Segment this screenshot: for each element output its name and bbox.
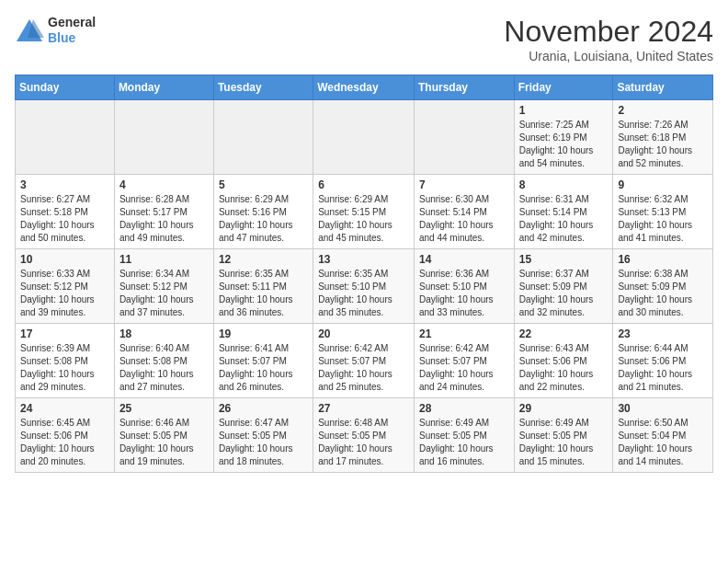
day-number: 2 [618,104,708,117]
title-block: November 2024 Urania, Louisiana, United … [504,15,713,63]
day-cell-1: 1Sunrise: 7:25 AMSunset: 6:19 PMDaylight… [514,100,613,175]
empty-cell [16,100,115,175]
day-info: Sunrise: 6:37 AMSunset: 5:09 PMDaylight:… [519,268,609,319]
week-row-5: 24Sunrise: 6:45 AMSunset: 5:06 PMDayligh… [16,398,713,473]
day-info: Sunrise: 6:39 AMSunset: 5:08 PMDaylight:… [20,342,109,394]
week-row-1: 1Sunrise: 7:25 AMSunset: 6:19 PMDaylight… [16,100,713,175]
day-info: Sunrise: 6:44 AMSunset: 5:06 PMDaylight:… [618,342,708,394]
empty-cell [313,100,415,175]
day-number: 8 [519,178,609,191]
day-number: 19 [219,327,308,340]
day-cell-9: 9Sunrise: 6:32 AMSunset: 5:13 PMDaylight… [613,175,713,249]
day-cell-2: 2Sunrise: 7:26 AMSunset: 6:18 PMDaylight… [613,100,713,175]
day-number: 10 [20,253,109,266]
weekday-header-friday: Friday [514,75,613,100]
weekday-header-monday: Monday [114,75,213,100]
weekday-header-row: SundayMondayTuesdayWednesdayThursdayFrid… [16,75,713,100]
empty-cell [414,100,514,175]
day-cell-10: 10Sunrise: 6:33 AMSunset: 5:12 PMDayligh… [16,249,115,324]
day-number: 5 [219,178,308,191]
day-info: Sunrise: 6:41 AMSunset: 5:07 PMDaylight:… [219,342,308,394]
day-number: 18 [119,327,209,340]
location-subtitle: Urania, Louisiana, United States [504,49,713,63]
week-row-4: 17Sunrise: 6:39 AMSunset: 5:08 PMDayligh… [16,324,713,398]
day-cell-8: 8Sunrise: 6:31 AMSunset: 5:14 PMDaylight… [514,175,613,249]
day-info: Sunrise: 6:50 AMSunset: 5:04 PMDaylight:… [618,417,708,468]
day-number: 14 [419,253,509,266]
day-number: 1 [519,104,609,117]
day-cell-14: 14Sunrise: 6:36 AMSunset: 5:10 PMDayligh… [414,249,514,324]
day-number: 3 [20,178,109,191]
day-info: Sunrise: 7:26 AMSunset: 6:18 PMDaylight:… [618,119,708,170]
day-info: Sunrise: 6:29 AMSunset: 5:16 PMDaylight:… [219,193,308,245]
day-info: Sunrise: 6:43 AMSunset: 5:06 PMDaylight:… [519,342,609,394]
day-info: Sunrise: 6:35 AMSunset: 5:11 PMDaylight:… [219,268,308,319]
calendar-table: SundayMondayTuesdayWednesdayThursdayFrid… [15,75,713,473]
day-cell-29: 29Sunrise: 6:49 AMSunset: 5:05 PMDayligh… [514,398,613,473]
day-number: 23 [618,327,708,340]
day-number: 25 [119,402,209,415]
day-cell-4: 4Sunrise: 6:28 AMSunset: 5:17 PMDaylight… [114,175,213,249]
day-cell-28: 28Sunrise: 6:49 AMSunset: 5:05 PMDayligh… [414,398,514,473]
week-row-3: 10Sunrise: 6:33 AMSunset: 5:12 PMDayligh… [16,249,713,324]
day-number: 22 [519,327,609,340]
day-info: Sunrise: 6:45 AMSunset: 5:06 PMDaylight:… [20,417,109,468]
logo-icon [15,17,44,43]
day-cell-23: 23Sunrise: 6:44 AMSunset: 5:06 PMDayligh… [613,324,713,398]
day-number: 16 [618,253,708,266]
day-cell-12: 12Sunrise: 6:35 AMSunset: 5:11 PMDayligh… [213,249,313,324]
day-info: Sunrise: 6:38 AMSunset: 5:09 PMDaylight:… [618,268,708,319]
month-title: November 2024 [504,15,713,49]
day-info: Sunrise: 6:30 AMSunset: 5:14 PMDaylight:… [419,193,509,245]
day-number: 21 [419,327,509,340]
day-cell-27: 27Sunrise: 6:48 AMSunset: 5:05 PMDayligh… [313,398,415,473]
day-number: 17 [20,327,109,340]
empty-cell [213,100,313,175]
day-number: 24 [20,402,109,415]
day-info: Sunrise: 6:35 AMSunset: 5:10 PMDaylight:… [318,268,409,319]
day-info: Sunrise: 6:27 AMSunset: 5:18 PMDaylight:… [20,193,109,245]
day-number: 30 [618,402,708,415]
day-cell-25: 25Sunrise: 6:46 AMSunset: 5:05 PMDayligh… [114,398,213,473]
day-number: 13 [318,253,409,266]
page-header: General Blue November 2024 Urania, Louis… [15,15,713,63]
day-number: 4 [119,178,209,191]
day-cell-16: 16Sunrise: 6:38 AMSunset: 5:09 PMDayligh… [613,249,713,324]
day-number: 29 [519,402,609,415]
weekday-header-tuesday: Tuesday [213,75,313,100]
week-row-2: 3Sunrise: 6:27 AMSunset: 5:18 PMDaylight… [16,175,713,249]
day-cell-22: 22Sunrise: 6:43 AMSunset: 5:06 PMDayligh… [514,324,613,398]
day-cell-21: 21Sunrise: 6:42 AMSunset: 5:07 PMDayligh… [414,324,514,398]
day-cell-26: 26Sunrise: 6:47 AMSunset: 5:05 PMDayligh… [213,398,313,473]
day-cell-7: 7Sunrise: 6:30 AMSunset: 5:14 PMDaylight… [414,175,514,249]
day-cell-18: 18Sunrise: 6:40 AMSunset: 5:08 PMDayligh… [114,324,213,398]
day-info: Sunrise: 6:49 AMSunset: 5:05 PMDaylight:… [519,417,609,468]
day-number: 15 [519,253,609,266]
day-info: Sunrise: 6:47 AMSunset: 5:05 PMDaylight:… [219,417,308,468]
day-info: Sunrise: 6:34 AMSunset: 5:12 PMDaylight:… [119,268,209,319]
day-info: Sunrise: 6:49 AMSunset: 5:05 PMDaylight:… [419,417,509,468]
day-cell-24: 24Sunrise: 6:45 AMSunset: 5:06 PMDayligh… [16,398,115,473]
logo-blue-text: Blue [48,30,96,46]
day-info: Sunrise: 6:33 AMSunset: 5:12 PMDaylight:… [20,268,109,319]
day-info: Sunrise: 6:31 AMSunset: 5:14 PMDaylight:… [519,193,609,245]
empty-cell [114,100,213,175]
day-cell-6: 6Sunrise: 6:29 AMSunset: 5:15 PMDaylight… [313,175,415,249]
day-number: 7 [419,178,509,191]
day-number: 9 [618,178,708,191]
day-info: Sunrise: 6:42 AMSunset: 5:07 PMDaylight:… [419,342,509,394]
day-cell-20: 20Sunrise: 6:42 AMSunset: 5:07 PMDayligh… [313,324,415,398]
day-number: 11 [119,253,209,266]
weekday-header-saturday: Saturday [613,75,713,100]
day-info: Sunrise: 6:46 AMSunset: 5:05 PMDaylight:… [119,417,209,468]
day-number: 26 [219,402,308,415]
day-info: Sunrise: 6:32 AMSunset: 5:13 PMDaylight:… [618,193,708,245]
day-info: Sunrise: 6:36 AMSunset: 5:10 PMDaylight:… [419,268,509,319]
day-info: Sunrise: 6:48 AMSunset: 5:05 PMDaylight:… [318,417,409,468]
weekday-header-sunday: Sunday [16,75,115,100]
day-cell-13: 13Sunrise: 6:35 AMSunset: 5:10 PMDayligh… [313,249,415,324]
day-number: 20 [318,327,409,340]
day-info: Sunrise: 6:42 AMSunset: 5:07 PMDaylight:… [318,342,409,394]
day-info: Sunrise: 7:25 AMSunset: 6:19 PMDaylight:… [519,119,609,170]
day-cell-30: 30Sunrise: 6:50 AMSunset: 5:04 PMDayligh… [613,398,713,473]
